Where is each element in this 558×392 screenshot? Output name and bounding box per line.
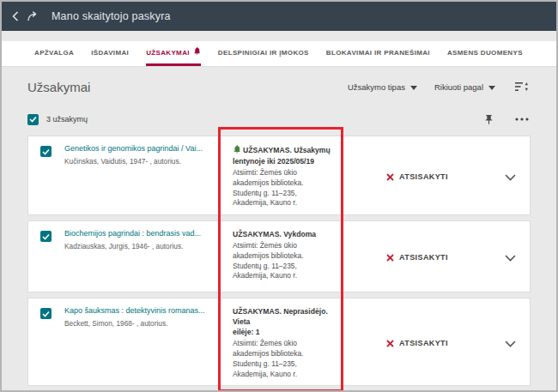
item-author: Kučinskas, Vaidutis, 1947- , autorius.	[64, 157, 222, 166]
requests-section: Užsakymai Užsakymo tipas Rikiuoti pagal	[2, 67, 556, 386]
x-icon	[386, 169, 394, 184]
status-text: UŽSAKYMAS. Neprasidėjo. Vieta eilėje: 1	[233, 307, 328, 336]
chevron-left-icon[interactable]	[10, 9, 21, 23]
request-item: Biochemijos pagrindai : bendrasis vad...…	[27, 220, 531, 292]
cancel-label: ATSISAKYTI	[399, 339, 448, 347]
page-title: Mano skaitytojo paskyra	[52, 10, 171, 22]
item-status: UŽSAKYMAS. Neprasidėjo. Vieta eilėje: 1 …	[227, 306, 344, 379]
status-text: UŽSAKYMAS. Užsakymų lentynoje iki 2025/0…	[233, 146, 331, 166]
expand-item-button[interactable]	[490, 306, 530, 379]
x-icon	[386, 335, 394, 351]
chevron-down-icon	[488, 82, 495, 92]
item-author: Kadziauskas, Jurgis, 1946- , autorius.	[64, 242, 222, 250]
pickup-location: Atsiimti: Žemės ūkio akademijos bibliote…	[233, 339, 344, 379]
tab-uzsakymai[interactable]: UŽSAKYMAI	[146, 41, 201, 66]
cancel-request-button[interactable]: ATSISAKYTI	[344, 144, 490, 208]
pickup-location: Atsiimti: Žemės ūkio akademijos bibliote…	[233, 241, 344, 281]
item-status: UŽSAKYMAS. Užsakymų lentynoje iki 2025/0…	[227, 144, 344, 208]
sort-by-dropdown[interactable]: Rikiuoti pagal	[434, 82, 495, 92]
select-all-checkbox[interactable]	[27, 114, 39, 125]
pickup-location: Atsiimti: Žemės ūkio akademijos bibliote…	[233, 168, 344, 208]
chevron-down-icon	[505, 169, 516, 184]
item-checkbox[interactable]	[40, 146, 52, 157]
bell-icon	[193, 46, 201, 55]
chevron-down-icon	[410, 82, 417, 92]
request-type-dropdown[interactable]: Užsakymo tipas	[348, 82, 417, 92]
pin-icon[interactable]	[482, 112, 496, 127]
request-item: Kapo šauksmas : detektyvinis romanas... …	[27, 298, 531, 386]
x-icon	[386, 250, 394, 265]
tab-delspinigiai[interactable]: DELSPINIGIAI IR ĮMOKOS	[218, 41, 309, 66]
item-author: Beckett, Simon, 1968- , autorius.	[64, 319, 222, 328]
item-checkbox[interactable]	[40, 308, 52, 319]
cancel-label: ATSISAKYTI	[399, 253, 448, 262]
cancel-request-button[interactable]: ATSISAKYTI	[344, 229, 490, 286]
cancel-label: ATSISAKYTI	[399, 172, 448, 181]
app-window: Mano skaitytojo paskyra APŽVALGA IŠDAVIM…	[0, 0, 558, 392]
section-title: Užsakymai	[27, 80, 90, 94]
sort-options-icon[interactable]	[513, 79, 531, 94]
tab-apzvalga[interactable]: APŽVALGA	[34, 41, 74, 66]
account-tabs: APŽVALGA IŠDAVIMAI UŽSAKYMAI DELSPINIGIA…	[2, 41, 556, 67]
item-title-link[interactable]: Biochemijos pagrindai : bendrasis vad...	[64, 229, 222, 239]
tab-isdavimai[interactable]: IŠDAVIMAI	[91, 41, 129, 66]
selected-count: 3 užsakymų	[46, 115, 88, 124]
chevron-down-icon	[505, 335, 516, 351]
expand-item-button[interactable]	[490, 144, 530, 208]
tab-blokavimai[interactable]: BLOKAVIMAI IR PRANEŠIMAI	[326, 41, 430, 66]
item-title-link[interactable]: Kapo šauksmas : detektyvinis romanas...	[64, 306, 222, 317]
tab-asmens-duomenys[interactable]: ASMENS DUOMENYS	[447, 41, 523, 66]
hold-shelf-bell-icon	[233, 144, 241, 156]
chevron-down-icon	[505, 250, 516, 265]
expand-item-button[interactable]	[490, 229, 530, 286]
item-status: UŽSAKYMAS. Vykdoma Atsiimti: Žemės ūkio …	[227, 229, 344, 286]
topbar: Mano skaitytojo paskyra	[2, 2, 556, 31]
cancel-request-button[interactable]: ATSISAKYTI	[344, 306, 490, 379]
request-item: Genetikos ir genomikos pagrindai / Vai..…	[27, 136, 531, 215]
status-text: UŽSAKYMAS. Vykdoma	[233, 230, 316, 238]
forward-arrow-icon[interactable]	[26, 9, 41, 23]
topbar-nav	[10, 9, 41, 23]
item-title-link[interactable]: Genetikos ir genomikos pagrindai / Vai..…	[64, 144, 222, 154]
item-checkbox[interactable]	[40, 231, 52, 242]
more-options-icon[interactable]	[513, 116, 531, 123]
